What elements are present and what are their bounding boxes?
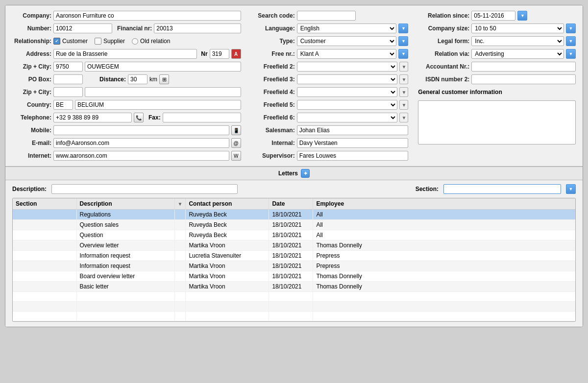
cell-employee: All xyxy=(313,230,575,240)
relation-via-dropdown[interactable]: ▼ xyxy=(566,49,576,59)
internet-input[interactable] xyxy=(53,151,229,161)
cell-date: 18/10/2021 xyxy=(269,251,313,261)
cell-employee: Thomas Donnelly xyxy=(313,282,575,292)
language-dropdown-btn[interactable]: ▼ xyxy=(398,24,408,33)
table-row[interactable]: Question Ruveyda Beck 18/10/2021 All xyxy=(13,230,575,240)
email-input[interactable] xyxy=(53,138,229,148)
table-row[interactable]: Question sales Ruveyda Beck 18/10/2021 A… xyxy=(13,220,575,230)
address-input[interactable] xyxy=(53,49,197,59)
legal-form-select[interactable]: Inc. xyxy=(471,36,564,46)
cell-contact: Ruveyda Beck xyxy=(186,210,269,220)
distance-input[interactable] xyxy=(128,74,147,84)
isdn-input[interactable] xyxy=(471,74,576,84)
description-filter-input[interactable] xyxy=(51,184,238,194)
telephone-input[interactable] xyxy=(53,113,132,122)
country-name-input[interactable] xyxy=(75,100,241,110)
legal-form-dropdown[interactable]: ▼ xyxy=(566,36,576,46)
freefield6-select[interactable] xyxy=(297,113,398,122)
table-row[interactable]: Board overview letter Martika Vroon 18/1… xyxy=(13,271,575,282)
freefield3-row: Freefield 3: ▼ xyxy=(251,74,409,85)
zip2-input[interactable] xyxy=(53,87,83,97)
mobile-icon-button[interactable]: 📱 xyxy=(231,125,241,135)
company-input[interactable] xyxy=(53,11,241,21)
freefield4-select[interactable] xyxy=(297,87,398,97)
search-code-input[interactable] xyxy=(297,11,356,21)
address-alert-button[interactable]: A xyxy=(231,49,241,59)
mobile-input[interactable] xyxy=(53,125,229,135)
relation-since-dropdown[interactable]: ▼ xyxy=(517,11,527,21)
freefield4-row: Freefield 4: ▼ xyxy=(251,87,409,97)
freefield2-dropdown-btn[interactable]: ▼ xyxy=(399,62,408,72)
main-container: Company: Number: Financial nr: Relations… xyxy=(5,5,583,327)
cell-sort xyxy=(174,220,186,230)
cell-sort xyxy=(174,261,186,271)
relation-since-input[interactable] xyxy=(471,11,515,21)
telephone-icon-button[interactable]: 📞 xyxy=(134,113,144,122)
freefield5-dropdown-btn[interactable]: ▼ xyxy=(399,100,408,110)
freefield2-select[interactable] xyxy=(297,62,398,72)
relation-via-select[interactable]: Advertising xyxy=(471,49,564,59)
pobox-label: PO Box: xyxy=(12,76,51,83)
free-nr-dropdown-btn[interactable]: ▼ xyxy=(398,49,408,59)
section-filter-input[interactable] xyxy=(443,184,561,194)
city2-input[interactable] xyxy=(85,87,241,97)
freefield2-label: Freefield 2: xyxy=(251,63,295,70)
table-row[interactable]: Regulations Ruveyda Beck 18/10/2021 All xyxy=(13,210,575,220)
city-input[interactable] xyxy=(85,62,241,72)
distance-icon-button[interactable]: ⊞ xyxy=(159,74,169,84)
old-relation-checkbox-item[interactable]: Old relation xyxy=(132,38,170,45)
section-filter-dropdown[interactable]: ▼ xyxy=(566,184,576,194)
country-code-input[interactable] xyxy=(53,100,73,110)
table-row[interactable]: Basic letter Martika Vroon 18/10/2021 Th… xyxy=(13,282,575,292)
type-select[interactable]: Customer xyxy=(297,36,397,46)
old-relation-label: Old relation xyxy=(140,38,170,45)
table-row-empty xyxy=(13,302,575,311)
free-nr-select[interactable]: Klant A xyxy=(297,49,397,59)
type-row: Type: Customer ▼ xyxy=(251,36,409,47)
letters-section-button[interactable]: ✦ xyxy=(301,169,310,178)
company-size-dropdown[interactable]: ▼ xyxy=(566,24,576,33)
accountant-nr-input[interactable] xyxy=(471,62,576,72)
type-dropdown-btn[interactable]: ▼ xyxy=(398,36,408,46)
cell-contact: Martika Vroon xyxy=(186,240,269,251)
internal-row: Internal: xyxy=(251,138,409,148)
relationship-checkboxes: Customer Supplier Old relation xyxy=(53,38,170,45)
mobile-row: Mobile: 📱 xyxy=(12,125,241,136)
freefield6-dropdown-btn[interactable]: ▼ xyxy=(399,113,408,122)
table-row[interactable]: Overview letter Martika Vroon 18/10/2021… xyxy=(13,240,575,251)
financial-nr-input[interactable] xyxy=(154,24,241,33)
freefield4-dropdown-btn[interactable]: ▼ xyxy=(399,87,408,97)
email-row: E-mail: @ xyxy=(12,138,241,148)
pobox-input[interactable] xyxy=(53,74,83,84)
internet-icon-button[interactable]: W xyxy=(231,151,241,161)
cell-sort xyxy=(174,282,186,292)
customer-checkbox[interactable] xyxy=(53,38,60,45)
freefield5-select[interactable] xyxy=(297,100,398,110)
zip-input[interactable] xyxy=(53,62,83,72)
table-row[interactable]: Information request Lucretia Stavenuiter… xyxy=(13,251,575,261)
relationship-label: Relationship: xyxy=(12,38,51,45)
old-relation-radio[interactable] xyxy=(132,38,138,45)
supplier-checkbox-item[interactable]: Supplier xyxy=(95,38,125,45)
supervisor-input[interactable] xyxy=(297,151,409,161)
nr-input[interactable] xyxy=(210,49,229,59)
company-size-select[interactable]: 10 to 50 xyxy=(471,24,564,33)
supervisor-row: Supervisor: xyxy=(251,150,409,161)
salesman-input[interactable] xyxy=(297,125,409,135)
internal-input[interactable] xyxy=(297,138,409,148)
fax-input[interactable] xyxy=(163,113,241,122)
general-info-textarea[interactable] xyxy=(418,100,576,144)
table-header: Section Description ▼ Contact person Dat… xyxy=(13,198,575,210)
language-select[interactable]: English xyxy=(297,24,397,33)
col-date-header: Date xyxy=(269,198,313,210)
customer-checkbox-item[interactable]: Customer xyxy=(53,38,88,45)
supplier-checkbox[interactable] xyxy=(95,38,101,45)
cell-description: Board overview letter xyxy=(76,271,174,282)
number-input[interactable] xyxy=(53,24,112,33)
isdn-row: ISDN number 2: xyxy=(418,74,576,85)
cell-section xyxy=(13,230,76,240)
freefield3-select[interactable] xyxy=(297,74,398,84)
freefield3-dropdown-btn[interactable]: ▼ xyxy=(399,74,408,84)
table-row[interactable]: Information request Martika Vroon 18/10/… xyxy=(13,261,575,271)
email-icon-button[interactable]: @ xyxy=(231,138,241,148)
